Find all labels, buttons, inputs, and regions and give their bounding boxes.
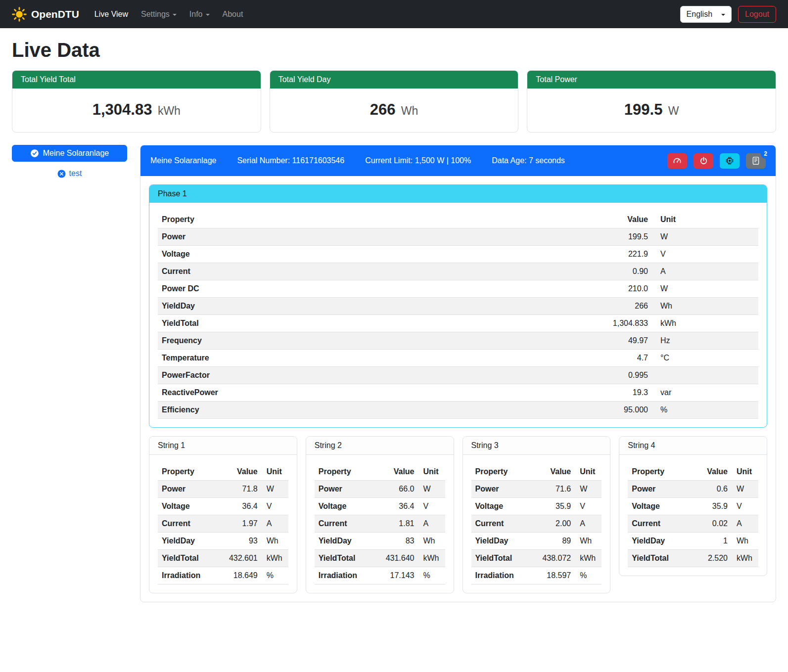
table-row: YieldTotal432.601kWh [158,550,288,567]
value-cell: 35.9 [692,498,732,515]
summary-card-unit: Wh [401,104,418,117]
table-row: Frequency49.97Hz [158,332,758,350]
nav-item-settings[interactable]: Settings [135,6,183,23]
event-log-button[interactable]: 2 [746,153,766,169]
unit-cell: Wh [732,533,758,550]
inverter-item-selected[interactable]: Meine Solaranlage [12,145,127,162]
string-card-title: String 3 [463,437,610,455]
column-unit: Unit [262,463,288,481]
inverter-current-limit: Current Limit: 1,500 W | 100% [365,156,471,165]
unit-cell: Wh [575,533,602,550]
table-row: YieldDay83Wh [315,533,445,550]
property-cell: Current [315,515,379,533]
inverter-data-age: Data Age: 7 seconds [492,156,565,165]
value-cell: 1,304.833 [588,315,652,332]
table-row: YieldTotal431.640kWh [315,550,445,567]
property-cell: Power [158,481,222,498]
value-cell: 36.4 [222,498,262,515]
value-cell: 19.3 [588,384,652,402]
summary-cards-row: Total Yield Total 1,304.83 kWh Total Yie… [12,70,776,133]
value-cell: 0.02 [692,515,732,533]
limit-settings-button[interactable] [667,153,687,169]
summary-card-value: 266 [370,101,396,118]
language-selected-value: English [687,10,712,19]
main-row: Meine Solaranlage test Meine Solaranlage [12,145,776,602]
property-cell: Voltage [628,498,692,515]
nav-settings-label: Settings [141,10,170,19]
value-cell: 432.601 [222,550,262,567]
summary-card-title: Total Power [527,71,776,89]
check-circle-icon [30,149,39,158]
unit-cell: kWh [575,550,602,567]
inverter-item-test[interactable]: test [12,169,127,178]
property-cell: YieldDay [628,533,692,550]
string-card: String 4 Property Value Unit Power0.6WVo… [619,436,767,576]
value-cell: 1.97 [222,515,262,533]
string-card-body: Property Value Unit Power71.8WVoltage36.… [149,455,297,593]
inverter-sidebar: Meine Solaranlage test [12,145,127,178]
value-cell: 89 [535,533,575,550]
unit-cell: % [575,567,602,584]
value-cell: 4.7 [588,350,652,367]
column-property: Property [158,211,588,228]
device-info-button[interactable] [720,153,740,169]
unit-cell: % [652,402,758,419]
nav-item-about[interactable]: About [216,6,250,23]
value-cell: 71.8 [222,481,262,498]
column-value: Value [222,463,262,481]
table-row: Power199.5W [158,228,758,246]
table-header-row: Property Value Unit [471,463,602,481]
property-cell: Temperature [158,350,588,367]
value-cell: 49.97 [588,332,652,350]
table-row: Power71.8W [158,481,288,498]
property-cell: ReactivePower [158,384,588,402]
property-cell: YieldTotal [158,315,588,332]
value-cell: 1.81 [379,515,418,533]
language-select[interactable]: English [680,6,732,23]
property-cell: Power [628,481,692,498]
unit-cell: var [652,384,758,402]
chevron-down-icon [206,14,210,16]
logout-button[interactable]: Logout [738,6,776,23]
column-unit: Unit [575,463,602,481]
property-cell: YieldDay [471,533,536,550]
property-cell: Irradiation [315,567,379,584]
column-property: Property [158,463,222,481]
phase-card: Phase 1 Property Value Unit [149,184,767,428]
property-cell: YieldTotal [628,550,692,567]
summary-card-value: 199.5 [624,101,663,118]
app-root: OpenDTU Live View Settings Info About En… [0,0,788,614]
unit-cell: kWh [732,550,758,567]
main-nav: Live View Settings Info About [88,6,250,23]
value-cell: 0.6 [692,481,732,498]
nav-item-info[interactable]: Info [183,6,216,23]
table-row: Power0.6W [628,481,758,498]
inverter-card: Meine Solaranlage Serial Number: 1161716… [140,145,776,602]
value-cell: 2.00 [535,515,575,533]
table-row: ReactivePower19.3var [158,384,758,402]
table-row: Power71.6W [471,481,602,498]
unit-cell: W [652,280,758,298]
table-row: Current1.81A [315,515,445,533]
string-card-title: String 1 [149,437,297,455]
table-row: PowerFactor0.995 [158,367,758,384]
brand[interactable]: OpenDTU [12,7,79,22]
table-row: Current0.02A [628,515,758,533]
table-row: Voltage36.4V [158,498,288,515]
table-row: Temperature4.7°C [158,350,758,367]
nav-item-live-view[interactable]: Live View [88,6,135,23]
table-row: Voltage35.9V [471,498,602,515]
value-cell: 210.0 [588,280,652,298]
table-row: Power DC210.0W [158,280,758,298]
unit-cell: kWh [262,550,288,567]
unit-cell: A [732,515,758,533]
speedometer-icon [673,156,682,165]
power-toggle-button[interactable] [694,153,713,169]
column-property: Property [471,463,536,481]
value-cell: 71.6 [535,481,575,498]
summary-card-title: Total Yield Day [270,71,518,89]
phase-card-title: Phase 1 [149,185,767,203]
summary-card-body: 1,304.83 kWh [12,89,261,132]
value-cell: 36.4 [379,498,418,515]
unit-cell: W [262,481,288,498]
